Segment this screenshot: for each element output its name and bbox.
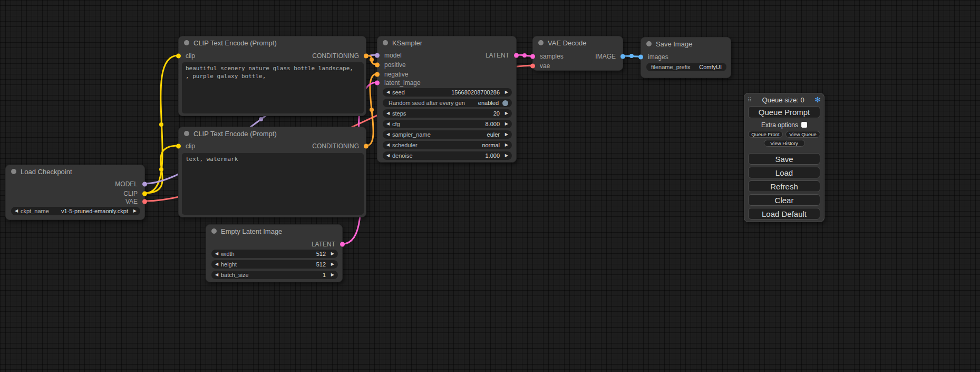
decrement-arrow-icon[interactable]: ◀ <box>386 151 392 160</box>
collapse-dot-icon[interactable] <box>184 131 189 136</box>
node-title-bar[interactable]: KSampler <box>377 36 516 49</box>
conditioning-output-slot[interactable] <box>364 54 368 59</box>
node-empty-latent-image[interactable]: Empty Latent Image LATENT ◀ width 512 ▶ … <box>206 224 343 282</box>
positive-input-slot[interactable] <box>375 63 380 68</box>
graph-canvas[interactable]: { "colors": { "model": "#B39DDB", "clip"… <box>0 0 980 372</box>
extra-options-checkbox[interactable] <box>801 122 807 128</box>
clip-input-slot[interactable] <box>176 144 181 149</box>
widget-filename-prefix[interactable]: filename_prefix ComfyUI <box>646 63 726 71</box>
prompt-textarea[interactable]: beautiful scenery nature glass bottle la… <box>182 62 364 113</box>
queue-front-button[interactable]: Queue Front <box>748 131 783 138</box>
load-default-button[interactable]: Load Default <box>748 208 820 220</box>
prompt-textarea[interactable]: text, watermark <box>182 153 364 215</box>
settings-gear-icon[interactable]: ✻ <box>814 96 821 104</box>
widget-ckpt-name[interactable]: ◀ ckpt_name v1-5-pruned-emaonly.ckpt ▶ <box>11 207 140 215</box>
node-load-checkpoint[interactable]: Load Checkpoint MODEL CLIP VAE ◀ ckpt_na… <box>5 165 145 220</box>
collapse-dot-icon[interactable] <box>646 41 652 46</box>
decrement-arrow-icon[interactable]: ◀ <box>215 271 221 279</box>
latent-output-slot[interactable] <box>340 242 345 247</box>
node-title: Empty Latent Image <box>221 227 282 235</box>
increment-arrow-icon[interactable]: ▶ <box>131 207 137 215</box>
increment-arrow-icon[interactable]: ▶ <box>328 250 334 258</box>
increment-arrow-icon[interactable]: ▶ <box>328 260 334 269</box>
increment-arrow-icon[interactable]: ▶ <box>502 151 508 160</box>
random-seed-toggle-icon[interactable] <box>502 100 508 106</box>
increment-arrow-icon[interactable]: ▶ <box>502 120 508 128</box>
widget-denoise[interactable]: ◀ denoise 1.000 ▶ <box>383 151 512 160</box>
widget-value: euler <box>487 131 500 138</box>
view-queue-button[interactable]: View Queue <box>785 131 820 138</box>
node-title-bar[interactable]: VAE Decode <box>533 36 623 49</box>
widget-value: 1 <box>323 272 326 278</box>
image-output-slot[interactable] <box>620 54 625 59</box>
decrement-arrow-icon[interactable]: ◀ <box>386 130 392 139</box>
collapse-dot-icon[interactable] <box>383 40 388 45</box>
output-label-model: MODEL <box>115 180 138 188</box>
conditioning-output-slot[interactable] <box>364 144 368 149</box>
increment-arrow-icon[interactable]: ▶ <box>502 141 508 149</box>
increment-arrow-icon[interactable]: ▶ <box>502 109 508 118</box>
collapse-dot-icon[interactable] <box>184 40 189 45</box>
decrement-arrow-icon[interactable]: ◀ <box>386 88 392 97</box>
latent-image-input-slot[interactable] <box>375 81 380 85</box>
widget-width[interactable]: ◀ width 512 ▶ <box>211 250 338 258</box>
latent-output-slot[interactable] <box>514 53 519 58</box>
decrement-arrow-icon[interactable]: ◀ <box>215 250 221 258</box>
node-clip-text-encode-negative[interactable]: CLIP Text Encode (Prompt) clip CONDITION… <box>178 127 366 217</box>
save-button[interactable]: Save <box>748 153 820 165</box>
decrement-arrow-icon[interactable]: ◀ <box>215 260 221 269</box>
collapse-dot-icon[interactable] <box>11 169 16 174</box>
increment-arrow-icon[interactable]: ▶ <box>328 271 334 279</box>
node-title-bar[interactable]: CLIP Text Encode (Prompt) <box>179 36 366 49</box>
collapse-dot-icon[interactable] <box>538 40 544 45</box>
node-clip-text-encode-positive[interactable]: CLIP Text Encode (Prompt) clip CONDITION… <box>178 36 366 116</box>
link-dot <box>259 117 263 121</box>
widget-height[interactable]: ◀ height 512 ▶ <box>211 260 338 269</box>
extra-options-label: Extra options <box>761 121 798 129</box>
widget-sampler-name[interactable]: ◀ sampler_name euler ▶ <box>383 130 512 139</box>
widget-cfg[interactable]: ◀ cfg 8.000 ▶ <box>383 120 512 128</box>
collapse-dot-icon[interactable] <box>211 228 217 234</box>
queue-panel: ⠿ Queue size: 0 ✻ Queue Prompt Extra opt… <box>744 93 824 222</box>
node-title-bar[interactable]: Load Checkpoint <box>6 165 144 178</box>
queue-prompt-button[interactable]: Queue Prompt <box>748 106 820 118</box>
clear-button[interactable]: Clear <box>748 194 820 206</box>
clip-input-slot[interactable] <box>176 54 181 59</box>
node-title-bar[interactable]: Save Image <box>641 37 731 50</box>
decrement-arrow-icon[interactable]: ◀ <box>386 141 392 149</box>
node-save-image[interactable]: Save Image images filename_prefix ComfyU… <box>641 37 731 78</box>
widget-value: ComfyUI <box>699 64 722 70</box>
link-dot <box>159 167 163 171</box>
node-ksampler[interactable]: KSampler model LATENT positive negative … <box>377 36 517 163</box>
model-input-slot[interactable] <box>375 53 380 58</box>
link-dot <box>370 108 374 112</box>
refresh-button[interactable]: Refresh <box>748 180 820 192</box>
increment-arrow-icon[interactable]: ▶ <box>502 130 508 139</box>
node-title-bar[interactable]: Empty Latent Image <box>206 225 342 237</box>
clip-output-slot[interactable] <box>142 192 147 196</box>
images-input-slot[interactable] <box>638 55 643 60</box>
widget-scheduler[interactable]: ◀ scheduler normal ▶ <box>383 141 512 149</box>
samples-input-slot[interactable] <box>530 54 535 59</box>
increment-arrow-icon[interactable]: ▶ <box>502 88 508 97</box>
output-label-conditioning: CONDITIONING <box>312 52 359 60</box>
vae-output-slot[interactable] <box>142 199 147 204</box>
drag-handle-icon[interactable]: ⠿ <box>748 97 752 103</box>
node-vae-decode[interactable]: VAE Decode samples IMAGE vae <box>532 36 623 71</box>
vae-input-slot[interactable] <box>530 64 535 69</box>
input-label-vae: vae <box>540 62 550 70</box>
widget-batch-size[interactable]: ◀ batch_size 1 ▶ <box>211 271 338 279</box>
decrement-arrow-icon[interactable]: ◀ <box>15 207 21 215</box>
widget-value: v1-5-pruned-emaonly.ckpt <box>61 208 128 214</box>
decrement-arrow-icon[interactable]: ◀ <box>386 109 392 118</box>
decrement-arrow-icon[interactable]: ◀ <box>386 120 392 128</box>
load-button[interactable]: Load <box>748 167 820 178</box>
negative-input-slot[interactable] <box>375 72 380 77</box>
model-output-slot[interactable] <box>142 182 147 187</box>
view-history-button[interactable]: View History <box>764 140 805 147</box>
node-title-bar[interactable]: CLIP Text Encode (Prompt) <box>179 127 366 140</box>
widget-value: normal <box>482 142 500 148</box>
widget-steps[interactable]: ◀ steps 20 ▶ <box>383 109 512 118</box>
widget-random-seed[interactable]: Random seed after every gen enabled <box>383 99 512 107</box>
widget-seed[interactable]: ◀ seed 156680208700286 ▶ <box>383 88 512 97</box>
